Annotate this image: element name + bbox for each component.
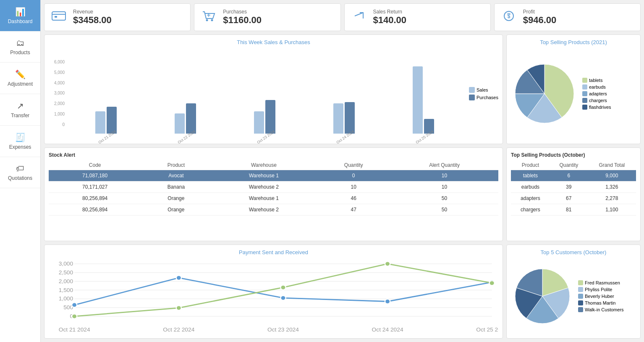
dot [72,303,77,308]
y-label-5000: 5,000 [49,70,65,75]
col-product: Product [141,160,211,170]
purchases-label: Purchases [223,9,262,15]
oct-col-total: Grand Total [588,160,636,170]
adjustment-icon: ✏️ [15,69,26,79]
bar-group-4: Oct 25 2024 [384,60,463,139]
oct-total: 2,278 [588,192,636,204]
stock-alert-title: Stock Alert [49,152,498,158]
payment-chart-card: Payment Sent and Received 05001,0001,500… [44,245,503,339]
legend-sales: Sales [469,87,498,93]
purchases-value: $1160.00 [223,15,262,26]
stock-row-1[interactable]: 70,171,027BananaWarehouse 21010 [49,181,498,192]
sidebar-label-dashboard: Dashboard [8,18,33,24]
oct-product: tablets [511,170,550,181]
stat-card-revenue: Revenue $3458.00 [44,3,191,31]
stock-quantity: 46 [317,192,390,204]
sidebar-label-transfer: Transfer [11,113,29,118]
sidebar-item-products[interactable]: 🗂 Products [0,32,40,63]
pie-2021-legend: tabletsearbudsadapterschargersflashdrive… [582,78,611,110]
pie-top5 [511,265,574,328]
dashboard-icon: 📊 [15,7,26,17]
oct-row-0[interactable]: tablets69,000 [511,170,636,181]
oct-quantity: 39 [550,181,588,192]
svg-rect-2 [55,16,57,18]
pie-legend-color [582,105,587,110]
purchases-bar-3 [345,102,355,134]
col-code: Code [49,160,141,170]
bar-group-1: Oct 22 2024 [146,60,225,139]
stock-alert-qty: 50 [390,204,498,215]
payment-section: Payment Sent and Received 05001,0001,500… [44,245,641,339]
stock-row-2[interactable]: 80,256,894OrangeWarehouse 14650 [49,192,498,204]
top5-title: Top 5 Customers (October) [511,249,636,255]
weekly-chart-card: This Week Sales & Purchases 6,000 5,000 … [44,34,503,144]
sidebar-label-quotations: Quotations [8,175,32,181]
col-quantity: Quantity [317,160,390,170]
profit-icon: $ [501,10,516,25]
stock-alert-card: Stock Alert Code Product Warehouse Quant… [44,147,503,242]
sidebar: 📊 Dashboard 🗂 Products ✏️ Adjustment ↗ T… [0,0,41,342]
y-label-3000: 3,000 [49,91,65,95]
sidebar-item-expenses[interactable]: 🧾 Expenses [0,126,40,157]
purchases-bar-1 [186,103,196,134]
sales-bar-4 [413,66,423,134]
stock-quantity: 47 [317,204,390,215]
top5-legend-item: Thomas Martin [578,300,624,305]
dot [280,285,285,290]
stock-alert-qty: 50 [390,192,498,204]
stock-row-0[interactable]: 71,087,180AvocatWarehouse 1010 [49,170,498,181]
top5-legend-item: Beverly Huber [578,294,624,299]
pie-legend-color [582,78,587,83]
pie-legend-color [582,84,587,89]
top5-legend-color [578,300,583,305]
main-content: Revenue $3458.00 Purchases $1160.00 Sale… [41,0,644,342]
y-axis-label: 1,500 [59,287,73,293]
stock-alert-table: Code Product Warehouse Quantity Alert Qu… [49,160,498,216]
weekly-chart-title: This Week Sales & Purchases [49,39,498,45]
top5-legend-color [578,294,583,299]
sidebar-item-adjustment[interactable]: ✏️ Adjustment [0,63,40,94]
expenses-icon: 🧾 [15,132,26,142]
dot [72,314,77,319]
sidebar-item-transfer[interactable]: ↗ Transfer [0,94,40,126]
svg-rect-0 [52,12,65,20]
pie-top5-legend: Fred RasmussenPhyliss PoliteBeverly Hube… [578,280,624,312]
x-axis-label: Oct 23 2024 [267,327,299,333]
oct-row-3[interactable]: chargers811,100 [511,204,636,215]
purchases-bar-0 [107,107,117,134]
top5-legend-item: Fred Rasmussen [578,280,624,285]
stock-code: 80,256,894 [49,204,141,215]
pie-legend-item: adapters [582,91,611,96]
stock-warehouse: Warehouse 2 [211,181,317,192]
y-axis-label: 3,000 [59,261,73,267]
legend-sales-label: Sales [476,87,488,92]
top-selling-2021-card: Top Selling Products (2021) tabletsearbu… [506,34,641,144]
y-label-0: 0 [49,122,65,127]
bar-group-2: Oct 23 2024 [225,60,304,139]
sidebar-label-products: Products [10,50,30,55]
top-selling-oct-table: Product Quantity Grand Total tablets69,0… [511,160,636,216]
top5-legend-item: Walk-in Customers [578,307,624,312]
top5-customers-card: Top 5 Customers (October) Fred Rasmussen… [506,245,641,339]
stat-card-profit: $ Profit $946.00 [494,3,641,31]
oct-product: chargers [511,204,550,215]
sidebar-item-dashboard[interactable]: 📊 Dashboard [0,0,40,32]
stock-row-3[interactable]: 80,256,894OrangeWarehouse 24750 [49,204,498,215]
oct-row-1[interactable]: earbuds391,326 [511,181,636,192]
y-label-6000: 6,000 [49,60,65,64]
top5-legend-label: Fred Rasmussen [585,280,620,285]
y-axis-label: 2,000 [59,279,73,284]
pie-legend-item: flashdrives [582,105,611,110]
top5-legend-label: Beverly Huber [585,294,614,299]
weekly-section: This Week Sales & Purchases 6,000 5,000 … [44,34,641,144]
bar-group-0: Oct 21 2024 [66,60,146,139]
dot [176,276,181,280]
legend-sales-color [469,87,475,93]
purchases-bar-2 [265,100,275,134]
stock-section: Stock Alert Code Product Warehouse Quant… [44,147,641,242]
products-icon: 🗂 [16,38,24,48]
pie-legend-item: earbuds [582,84,611,89]
sidebar-item-quotations[interactable]: 🏷 Quotations [0,157,40,188]
oct-row-2[interactable]: adapters672,278 [511,192,636,204]
top5-legend-color [578,307,583,312]
